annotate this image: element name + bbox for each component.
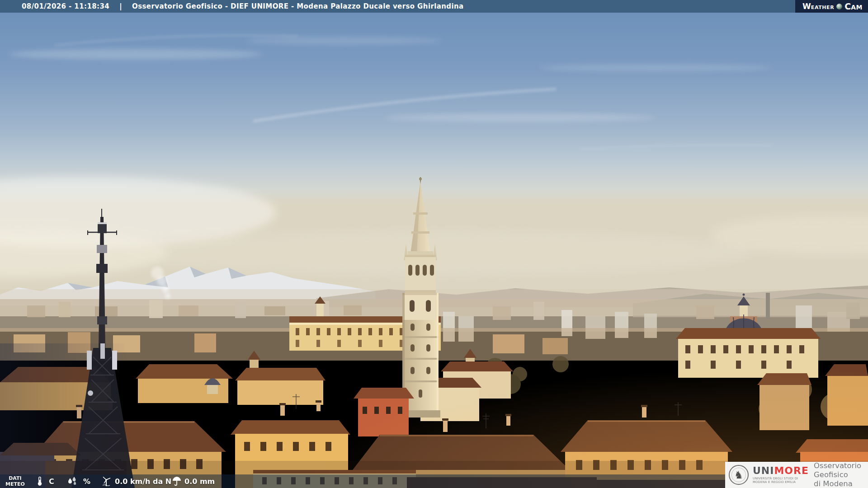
- umbrella-icon: [172, 476, 182, 486]
- caption-separator: |: [119, 2, 122, 10]
- observatory-name: Osservatorio Geofisico di Modena: [814, 461, 868, 488]
- wind-reading: 0.0 km/h da N: [100, 474, 171, 488]
- temperature-reading: C: [36, 474, 54, 488]
- brand-subline-2: MODENA E REGGIO EMILIA: [753, 480, 809, 484]
- rain-value: 0.0 mm: [184, 477, 215, 486]
- temperature-unit: C: [49, 477, 54, 486]
- weathercam-logo-weather: WEATHER: [802, 2, 834, 11]
- modena-cityscape-photo: [0, 0, 868, 488]
- wind-value: 0.0 km/h da N: [115, 477, 171, 486]
- humidity-unit: %: [83, 477, 90, 486]
- weathercam-logo: WEATHER CAM: [795, 0, 868, 13]
- camera-caption: 08/01/2026 - 11:18:34 | Osservatorio Geo…: [0, 2, 464, 10]
- brand-more: MORE: [774, 465, 809, 476]
- rain-reading: 0.0 mm: [172, 474, 215, 488]
- humidity-reading: %: [67, 474, 90, 488]
- unimore-knight-seal-icon: ♞: [729, 465, 749, 485]
- brand-uni: UNI: [753, 465, 774, 476]
- webcam-frame: 08/01/2026 - 11:18:34 | Osservatorio Geo…: [0, 0, 868, 488]
- unimore-brand: UNIMORE UNIVERSITÀ DEGLI STUDI DI MODENA…: [753, 466, 809, 484]
- unimore-credit-box: ♞ UNIMORE UNIVERSITÀ DEGLI STUDI DI MODE…: [725, 462, 868, 488]
- timestamp: 08/01/2026 - 11:18:34: [22, 2, 109, 10]
- dati-meteo-label: DATI METEO: [5, 475, 25, 487]
- weathercam-logo-cam: CAM: [844, 1, 863, 11]
- droplets-icon: [67, 476, 78, 486]
- thermometer-icon: [36, 476, 43, 486]
- globe-dot-icon: [836, 4, 842, 9]
- brand-subline-1: UNIVERSITÀ DEGLI STUDI DI: [753, 477, 809, 480]
- top-status-bar: 08/01/2026 - 11:18:34 | Osservatorio Geo…: [0, 0, 868, 13]
- wind-turbine-icon: [100, 476, 112, 487]
- camera-title: Osservatorio Geofisico - DIEF UNIMORE - …: [132, 2, 464, 10]
